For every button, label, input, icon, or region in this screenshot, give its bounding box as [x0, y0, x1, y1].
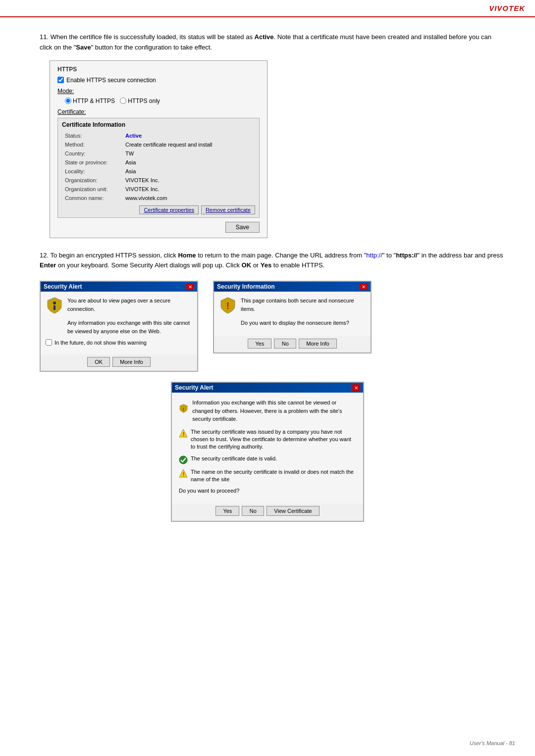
active-label: Active [255, 33, 274, 41]
svg-text:!: ! [226, 301, 229, 311]
certificate-label: Certificate: [57, 108, 260, 115]
step-12-text3: " to " [382, 252, 396, 259]
save-row: Save [57, 222, 260, 233]
dialog-body-info: ! This page contains both secure and non… [214, 292, 371, 336]
dialog-title-2: Security Alert [175, 384, 214, 391]
cert-issue-2: The security certificate date is valid. [179, 455, 356, 464]
mode-row: Mode: [57, 88, 260, 95]
dialog-titlebar-info: Security Information ✕ [214, 282, 371, 292]
proceed-text: Do you want to proceed? [179, 488, 356, 494]
svg-rect-1 [54, 305, 55, 310]
home-bold: Home [178, 252, 196, 259]
step-12-text2: to return to the main page. Change the U… [196, 252, 367, 259]
step-12-block: 12. To begin an encrypted HTTPS session,… [30, 251, 505, 522]
header: VIVOTEK [0, 0, 535, 17]
shield-info-icon [46, 297, 63, 314]
cert-table-row: Locality:Asia [63, 167, 254, 175]
dialog-yes-btn-2[interactable]: Yes [215, 506, 239, 516]
future-checkbox-row[interactable]: In the future, do not show this warning [46, 339, 192, 346]
footer-text: User's Manual - 81 [470, 740, 515, 746]
step-12-text: 12. To begin an encrypted HTTPS session,… [40, 251, 505, 271]
security-alert-dialog-2: Security Alert ✕ ! Information you excha… [171, 382, 364, 521]
svg-point-0 [53, 302, 56, 304]
center-dialog-wrap: Security Alert ✕ ! Information you excha… [30, 382, 505, 521]
step-11-number: 11. [40, 33, 49, 41]
save-label: Save [76, 44, 91, 51]
cert-table-row: State or province:Asia [63, 158, 254, 166]
cert-table-row: Organization:VIVOTEK Inc. [63, 176, 254, 184]
cert-buttons: Certificate properties Remove certificat… [62, 205, 255, 214]
cert-table-row: Country:TW [63, 150, 254, 157]
dialog-body-1: You are about to view pages over a secur… [41, 292, 197, 354]
step-12-number: 12. [40, 252, 49, 259]
center-dialog-body: ! Information you exchange with this sit… [172, 393, 363, 503]
dialog-no-btn-2[interactable]: No [242, 506, 264, 516]
future-checkbox-label: In the future, do not show this warning [54, 340, 147, 346]
step-11-text: 11. When the certifice file is successfu… [40, 32, 505, 53]
dialog-more-btn-1[interactable]: More Info [112, 357, 150, 367]
cert-issue-1-text: The security certificate was issued by a… [191, 428, 356, 451]
http-url: http:// [366, 252, 382, 259]
warning-icon-1: ! [179, 429, 188, 438]
cert-issue-1: ! The security certificate was issued by… [179, 428, 356, 451]
cert-issue-2-text: The security certificate date is valid. [191, 455, 277, 462]
enable-https-row[interactable]: Enable HTTPS secure connection [57, 77, 260, 84]
icon-text-row-info: ! This page contains both secure and non… [219, 297, 366, 327]
svg-text:!: ! [183, 406, 184, 412]
dialog-text-info1: This page contains both secure and nonse… [241, 297, 366, 313]
dialog-footer-info: Yes No More Info [214, 336, 371, 353]
center-intro-text: Information you exchange with this site … [192, 399, 356, 423]
dialog-close-1[interactable]: ✕ [186, 283, 194, 290]
cert-table: Status:ActiveMethod:Create certificate r… [62, 131, 255, 203]
dialog-close-info[interactable]: ✕ [360, 283, 368, 290]
certificate-section: Certificate: Certificate Information Sta… [57, 108, 260, 218]
step-12-text4: " in the address bar and press [417, 252, 503, 259]
dialog-titlebar-1: Security Alert ✕ [41, 282, 197, 292]
security-alert-dialog-1: Security Alert ✕ You are about to view p… [40, 281, 198, 372]
step-12-text7: to enable HTTPS. [271, 261, 324, 269]
dialogs-row: Security Alert ✕ You are about to view p… [40, 281, 505, 372]
dialog-more-btn-info[interactable]: More Info [299, 339, 336, 349]
step-11-text3: " button for the configuration to take e… [91, 44, 212, 51]
page-footer: User's Manual - 81 [470, 740, 515, 746]
warning-icon-3: ! [179, 469, 188, 478]
enable-https-label: Enable HTTPS secure connection [66, 77, 156, 84]
mode-radio-group[interactable]: HTTP & HTTPS HTTPS only [65, 98, 260, 104]
dialog-yes-btn-info[interactable]: Yes [248, 339, 271, 349]
svg-text:!: ! [183, 472, 184, 477]
radio-https-only[interactable]: HTTPS only [120, 98, 160, 104]
https-title: HTTPS [57, 66, 260, 73]
shield-warning-icon: ! [219, 297, 237, 314]
step-12-text5: on your keyboard. Some Security Alert di… [56, 261, 241, 269]
dialog-text-1a: You are about to view pages over a secur… [67, 297, 192, 313]
dialog-no-btn-info[interactable]: No [274, 339, 296, 349]
https-box: HTTPS Enable HTTPS secure connection Mod… [50, 60, 268, 238]
radio-http-https[interactable]: HTTP & HTTPS [65, 98, 115, 104]
remove-cert-btn[interactable]: Remove certificate [201, 205, 255, 214]
https-url: https:// [396, 252, 417, 259]
future-checkbox[interactable] [46, 339, 52, 346]
main-content: 11. When the certifice file is successfu… [0, 17, 535, 547]
center-intro: ! Information you exchange with this sit… [179, 399, 356, 423]
dialog-footer-1: OK More Info [41, 354, 197, 371]
cert-table-row: Status:Active [63, 132, 254, 140]
ok-icon [179, 455, 188, 464]
center-dialog-footer: Yes No View Certificate [172, 504, 363, 521]
step-11-text1: When the certifice file is successfully … [51, 33, 255, 41]
ok-bold: OK [242, 261, 252, 269]
mode-label: Mode: [57, 88, 74, 95]
dialog-title-1: Security Alert [44, 283, 82, 290]
save-button[interactable]: Save [225, 222, 260, 233]
dialog-titlebar-2: Security Alert ✕ [172, 383, 363, 393]
cert-info-box: Certificate Information Status:ActiveMet… [57, 118, 260, 218]
cert-table-row: Common name:www.vivotek.com [63, 194, 254, 202]
yes-bold: Yes [261, 261, 271, 269]
enable-https-checkbox[interactable] [57, 77, 64, 83]
cert-table-row: Organization unit:VIVOTEK Inc. [63, 185, 254, 193]
cert-properties-btn[interactable]: Certificate properties [139, 205, 199, 214]
dialog-close-2[interactable]: ✕ [352, 384, 360, 391]
cert-issue-3: ! The name on the security certificate i… [179, 468, 356, 484]
svg-point-6 [179, 456, 187, 464]
view-certificate-btn[interactable]: View Certificate [267, 506, 319, 516]
dialog-ok-btn[interactable]: OK [87, 357, 110, 367]
